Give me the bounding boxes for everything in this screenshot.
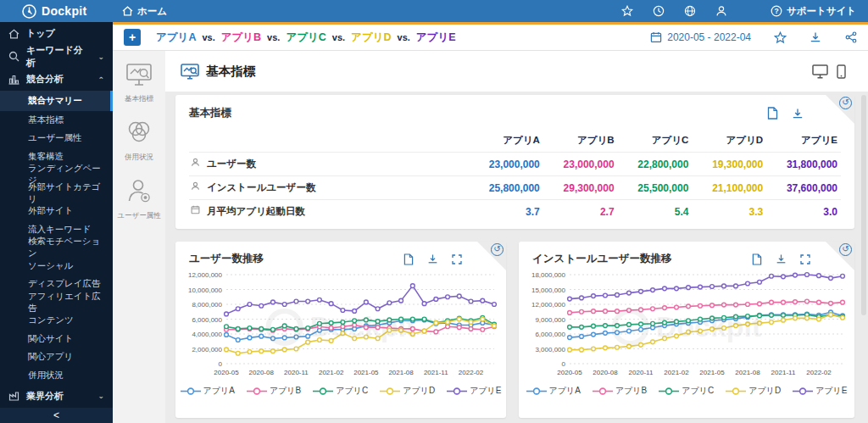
sidebar-item-industry-analysis[interactable]: 業界分析⌄ <box>0 385 113 408</box>
report-doc-icon[interactable] <box>767 107 778 120</box>
metrics-row: 月平均アプリ起動日数3.72.75.43.33.0 <box>189 200 841 224</box>
compared-app-name[interactable]: アプリD <box>351 31 391 45</box>
line-chart: Dockpit 02,000,0004,000,0006,000,0008,00… <box>175 268 506 397</box>
legend-item[interactable]: アプリC <box>313 385 368 397</box>
download-icon[interactable] <box>792 108 804 120</box>
metric-value: 25,500,000 <box>618 176 693 200</box>
legend-item[interactable]: アプリB <box>593 385 647 397</box>
compared-app-name[interactable]: アプリB <box>221 31 261 45</box>
legend-marker-icon <box>526 387 547 396</box>
report-doc-icon[interactable] <box>403 253 414 265</box>
svg-text:8,000,000: 8,000,000 <box>192 301 222 309</box>
vertical-scrollbar[interactable] <box>861 95 866 315</box>
legend-item[interactable]: アプリA <box>181 385 235 397</box>
legend-marker-icon <box>380 387 400 396</box>
sidebar-item-top[interactable]: トップ <box>0 22 113 45</box>
sidebar-subitem[interactable]: 外部サイト <box>0 203 113 221</box>
content-area: ↺ 基本指標 アプリAアプリBアプリCアプリDアプリE ユーザー数23,000,… <box>165 92 868 423</box>
refresh-icon[interactable]: ↺ <box>491 243 504 256</box>
sidebar-subitem[interactable]: コンテンツ <box>0 312 113 331</box>
legend-item[interactable]: アプリD <box>380 385 435 397</box>
metric-value: 3.7 <box>469 200 543 224</box>
sidebar-subitem[interactable]: アフィリエイト広告 <box>0 293 113 312</box>
history-clock-icon[interactable] <box>653 5 665 18</box>
svg-text:0: 0 <box>219 360 223 368</box>
favorite-star-icon[interactable] <box>773 31 787 44</box>
metrics-column-header: アプリD <box>692 129 766 153</box>
svg-text:10,000,000: 10,000,000 <box>188 287 223 294</box>
dockpit-logo[interactable]: Dockpit <box>22 4 110 19</box>
sidebar-subitem[interactable]: 関心サイト <box>0 330 113 348</box>
sidebar-collapse-button[interactable]: < <box>0 408 113 423</box>
rail-item-ユーザー属性[interactable]: ユーザー属性 <box>117 178 160 221</box>
mobile-device-icon[interactable] <box>837 64 846 79</box>
topbar-right: ? サポートサイト <box>621 5 856 18</box>
topbar-home-tab[interactable]: ホーム <box>122 5 167 18</box>
svg-text:6,000,000: 6,000,000 <box>535 331 565 338</box>
svg-text:2020-11: 2020-11 <box>284 369 309 376</box>
metric-value: 37,600,000 <box>766 176 841 200</box>
rail-item-基本指標[interactable]: 基本指標 <box>125 63 153 104</box>
compared-app-name[interactable]: アプリC <box>286 31 326 45</box>
user-account-icon[interactable] <box>715 5 728 18</box>
user-attr-icon <box>126 178 152 207</box>
download-icon[interactable] <box>427 253 438 264</box>
line-chart: Dockpit 03,000,0006,000,0009,000,00012,0… <box>519 268 854 397</box>
sidebar-subitem[interactable]: ソーシャル <box>0 257 113 276</box>
metric-value: 21,100,000 <box>692 176 766 200</box>
dockpit-app: Dockpit ホーム ? サポートサイト <box>0 0 868 423</box>
legend-item[interactable]: アプリC <box>659 385 714 397</box>
rail-item-併用状況[interactable]: 併用状況 <box>125 120 153 163</box>
sidebar-item-keyword-analysis[interactable]: キーワード分析⌄ <box>0 45 113 68</box>
sidebar-subitem[interactable]: 競合サマリー <box>0 91 113 111</box>
chevron-down-icon: ⌄ <box>97 53 104 61</box>
legend-item[interactable]: アプリE <box>447 385 501 397</box>
metric-value: 31,800,000 <box>766 153 841 176</box>
chart-card-header: ユーザー数推移 <box>175 242 506 266</box>
expand-icon[interactable] <box>800 254 810 264</box>
metric-value: 23,000,000 <box>469 153 543 176</box>
legend-item[interactable]: アプリA <box>526 385 581 397</box>
legend-marker-icon <box>181 387 201 396</box>
download-icon[interactable] <box>809 31 822 44</box>
share-icon[interactable] <box>844 31 858 44</box>
svg-text:?: ? <box>774 7 778 15</box>
legend-item[interactable]: アプリD <box>726 385 781 397</box>
metric-label: インストールユーザー数 <box>189 176 469 200</box>
compared-app-name[interactable]: アプリA <box>156 31 196 45</box>
sidebar-subitem[interactable]: ユーザー属性 <box>0 130 113 148</box>
monitor-chart-icon <box>181 64 199 80</box>
sidebar-subitem[interactable]: 関心アプリ <box>0 348 113 367</box>
metrics-row: ユーザー数23,000,00023,000,00022,800,00019,30… <box>189 153 841 176</box>
report-doc-icon[interactable] <box>752 253 762 265</box>
download-icon[interactable] <box>776 253 787 264</box>
compared-apps: アプリAvs.アプリBvs.アプリCvs.アプリDvs.アプリE <box>156 31 456 45</box>
legend-item[interactable]: アプリE <box>793 385 847 397</box>
support-site-link[interactable]: ? サポートサイト <box>771 5 856 18</box>
metrics-row: インストールユーザー数25,800,00029,300,00025,500,00… <box>189 176 841 200</box>
globe-icon[interactable] <box>684 5 697 18</box>
expand-icon[interactable] <box>452 254 462 264</box>
monitor-chart-icon <box>125 63 153 90</box>
star-icon[interactable] <box>621 5 634 18</box>
svg-text:2021-02: 2021-02 <box>319 369 344 376</box>
sidebar-subitem[interactable]: 併用状況 <box>0 366 113 385</box>
metric-value: 19,300,000 <box>692 153 766 176</box>
sidebar-subitem[interactable]: 外部サイトカテゴリ <box>0 184 113 203</box>
desktop-device-icon[interactable] <box>812 64 828 79</box>
chart-card-header: インストールユーザー数推移 <box>519 242 854 266</box>
svg-text:2020-08: 2020-08 <box>249 369 275 376</box>
date-range-picker[interactable]: 2020-05 - 2022-04 <box>650 31 751 43</box>
sidebar-subitem[interactable]: 検索モチベーション <box>0 239 113 258</box>
refresh-icon[interactable]: ↺ <box>839 97 852 109</box>
refresh-icon[interactable]: ↺ <box>839 243 852 256</box>
compared-app-name[interactable]: アプリE <box>416 31 456 45</box>
sidebar-item-industry-analysis-icon <box>8 391 19 402</box>
sidebar-subitem[interactable]: 基本指標 <box>0 111 113 130</box>
legend-item[interactable]: アプリB <box>247 385 301 397</box>
add-app-button[interactable]: + <box>124 29 141 46</box>
sidebar-item-competitive-analysis[interactable]: 競合分析⌃ <box>0 68 113 91</box>
svg-text:0: 0 <box>562 360 566 368</box>
chart-legend: アプリAアプリBアプリCアプリDアプリE <box>175 385 506 397</box>
metrics-column-header: アプリC <box>618 129 693 153</box>
